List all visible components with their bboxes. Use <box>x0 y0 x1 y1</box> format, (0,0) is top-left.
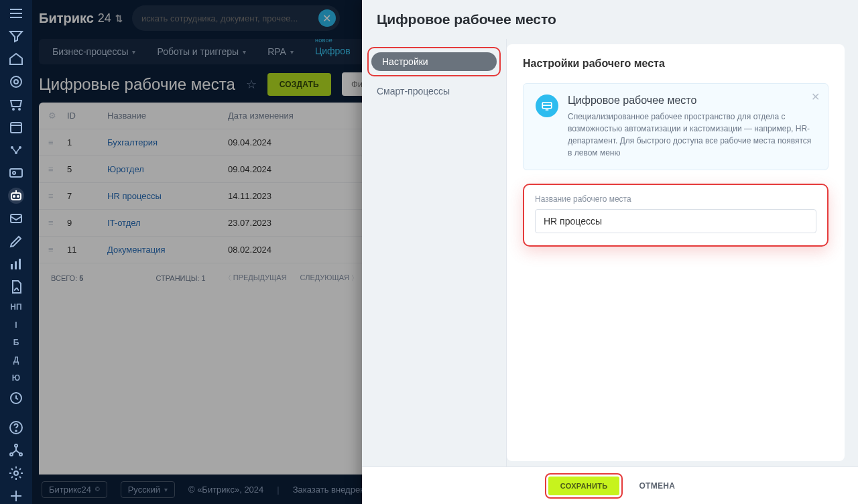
cell-name-link[interactable]: IT-отдел <box>107 218 221 228</box>
rail-letter-4[interactable]: Ю <box>8 373 24 383</box>
section-title: Настройки рабочего места <box>523 58 829 70</box>
network-icon[interactable] <box>8 142 24 158</box>
target-icon[interactable] <box>8 74 24 90</box>
panel-content: Настройки рабочего места Цифровое рабоче… <box>507 44 845 461</box>
drag-handle-icon[interactable]: ≡ <box>48 218 60 228</box>
cell-date: 08.02.2024 <box>228 245 355 255</box>
cell-date: 09.04.2024 <box>228 164 355 174</box>
cancel-button[interactable]: ОТМЕНА <box>639 481 675 491</box>
cell-date: 09.04.2024 <box>228 137 355 147</box>
create-button[interactable]: СОЗДАТЬ <box>267 73 331 96</box>
chevron-down-icon: ▾ <box>243 48 246 56</box>
svg-rect-2 <box>11 123 21 133</box>
sitemap-icon[interactable] <box>8 442 24 458</box>
svg-rect-12 <box>11 264 13 269</box>
menu-icon[interactable] <box>8 5 24 21</box>
robot-icon[interactable] <box>8 188 24 204</box>
field-label: Название рабочего места <box>535 194 816 204</box>
brand-name: Битрикс <box>39 11 94 26</box>
tab-rpa[interactable]: RPA▾ <box>267 46 294 57</box>
info-heading: Цифровое рабочее место <box>568 94 816 107</box>
search-input[interactable] <box>141 13 313 23</box>
svg-point-7 <box>13 172 15 174</box>
cart-icon[interactable] <box>8 97 24 113</box>
clock-icon[interactable] <box>8 390 24 406</box>
pencil-icon[interactable] <box>8 233 24 249</box>
drag-handle-icon[interactable]: ≡ <box>48 245 60 255</box>
cell-id: 5 <box>67 164 101 174</box>
rail-letter-2[interactable]: Б <box>8 337 24 348</box>
cell-name-link[interactable]: Бухгалтерия <box>107 137 221 147</box>
svg-rect-14 <box>19 259 21 269</box>
search-clear-icon[interactable]: ✕ <box>318 9 336 27</box>
callout-highlight: Настройки <box>367 47 501 76</box>
tab-robots[interactable]: Роботы и триггеры▾ <box>157 46 246 57</box>
tab-bizproc[interactable]: Бизнес-процессы▾ <box>52 46 135 57</box>
svg-point-1 <box>14 80 18 84</box>
funnel-icon[interactable] <box>8 28 24 44</box>
slideout-panel: Цифровое рабочее место Настройки Смарт-п… <box>362 0 858 504</box>
workspace-name-input[interactable] <box>535 209 816 233</box>
drag-handle-icon[interactable]: ≡ <box>48 191 60 201</box>
rail-letter-0[interactable]: НП <box>8 302 24 312</box>
contact-card-icon[interactable] <box>8 165 24 181</box>
next-page-button[interactable]: СЛЕДУЮЩАЯ 〉 <box>300 273 358 283</box>
svg-point-10 <box>17 196 19 197</box>
svg-point-17 <box>15 430 17 432</box>
help-icon[interactable] <box>8 420 24 436</box>
sign-doc-icon[interactable] <box>8 279 24 295</box>
cell-name-link[interactable]: Документация <box>107 245 221 255</box>
callout-highlight: Название рабочего места <box>523 184 829 247</box>
brand-switch-icon[interactable]: ⇅ <box>115 13 123 23</box>
cell-name-link[interactable]: Юротдел <box>107 164 221 174</box>
calendar-icon[interactable] <box>8 119 24 135</box>
info-text: Специализированное рабочее пространство … <box>568 111 816 159</box>
rail-letter-1[interactable]: I <box>8 319 24 330</box>
chevron-down-icon: ▾ <box>290 48 294 56</box>
global-search[interactable]: ✕ <box>132 5 340 31</box>
svg-point-9 <box>13 196 15 197</box>
panel-header: Цифровое рабочее место <box>362 0 858 39</box>
col-date[interactable]: Дата изменения <box>228 111 355 121</box>
chevron-down-icon: ▾ <box>132 48 135 56</box>
prev-page-button[interactable]: 〈 ПРЕДЫДУЩАЯ <box>225 273 287 283</box>
panel-footer: СОХРАНИТЬ ОТМЕНА <box>362 466 858 504</box>
svg-rect-11 <box>11 214 21 223</box>
favorite-star-icon[interactable]: ☆ <box>246 77 257 92</box>
left-rail: НП I Б Д Ю <box>0 0 32 504</box>
plus-icon[interactable] <box>8 488 24 504</box>
nav-settings[interactable]: Настройки <box>371 52 497 71</box>
save-button[interactable]: СОХРАНИТЬ <box>548 477 620 495</box>
svg-point-21 <box>14 471 18 475</box>
home-icon[interactable] <box>8 51 24 67</box>
tab-digital[interactable]: новоеЦифров <box>315 46 351 58</box>
footer-brand-badge[interactable]: Битрикс24© <box>42 481 107 498</box>
inbox-icon[interactable] <box>8 210 24 227</box>
col-id[interactable]: ID <box>67 111 101 121</box>
cell-date: 14.11.2023 <box>228 191 355 201</box>
copyright: © «Битрикс», 2024 <box>188 485 263 495</box>
rail-letter-3[interactable]: Д <box>8 355 24 365</box>
chart-bars-icon[interactable] <box>8 256 24 272</box>
language-picker[interactable]: Русский ▾ <box>121 481 175 498</box>
gear-icon[interactable] <box>8 465 24 481</box>
col-name[interactable]: Название <box>107 111 221 121</box>
drag-handle-icon[interactable]: ≡ <box>48 164 60 174</box>
cell-id: 1 <box>67 137 101 147</box>
panel-nav: Настройки Смарт-процессы <box>362 39 507 466</box>
info-card: Цифровое рабочее место Специализированно… <box>523 83 829 170</box>
cell-name-link[interactable]: HR процессы <box>107 191 221 201</box>
drag-handle-icon[interactable]: ≡ <box>48 137 60 147</box>
svg-point-18 <box>15 444 17 447</box>
page-title: Цифровые рабочие места <box>39 75 235 94</box>
panel-title: Цифровое рабочее место <box>377 11 556 27</box>
brand-number: 24 <box>98 11 111 25</box>
nav-smart-processes[interactable]: Смарт-процессы <box>367 79 501 103</box>
gear-icon[interactable]: ⚙ <box>48 111 60 121</box>
callout-highlight: СОХРАНИТЬ <box>545 473 623 499</box>
cell-id: 9 <box>67 218 101 228</box>
cell-id: 11 <box>67 245 101 255</box>
brand-logo[interactable]: Битрикс 24 ⇅ <box>39 11 123 26</box>
cell-date: 23.07.2023 <box>228 218 355 228</box>
info-close-icon[interactable]: ✕ <box>811 90 820 103</box>
